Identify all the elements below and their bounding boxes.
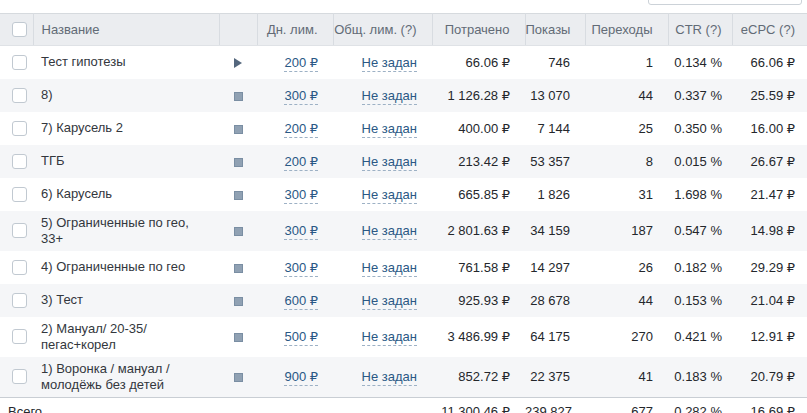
row-checkbox[interactable] xyxy=(12,121,27,136)
column-header-daily-limit[interactable]: Дн. лим. xyxy=(257,14,333,46)
campaign-row: 8) 300 ₽ Не задан 1 126.28 ₽ 13 070 44 0… xyxy=(0,79,807,112)
ctr-value: 0.183 % xyxy=(668,357,732,398)
campaign-row: 4) Ограниченные по гео 300 ₽ Не задан 76… xyxy=(0,251,807,284)
campaign-name-link[interactable]: 7) Карусель 2 xyxy=(41,120,123,135)
daily-limit-link[interactable]: 600 ₽ xyxy=(284,293,318,310)
campaign-name-link[interactable]: 5) Ограниченные по гео, 33+ xyxy=(41,215,189,246)
daily-limit-link[interactable]: 300 ₽ xyxy=(284,88,318,105)
daily-limit-link[interactable]: 500 ₽ xyxy=(284,329,318,346)
row-checkbox[interactable] xyxy=(12,329,27,344)
campaign-name-link[interactable]: ТГБ xyxy=(41,153,65,168)
daily-limit-link[interactable]: 300 ₽ xyxy=(284,260,318,277)
column-header-spent[interactable]: Потрачено xyxy=(432,14,525,46)
clicks-value: 44 xyxy=(585,79,668,112)
row-checkbox[interactable] xyxy=(12,223,27,238)
stop-icon[interactable] xyxy=(234,227,243,236)
total-limit-link[interactable]: Не задан xyxy=(362,369,417,386)
status-cell xyxy=(219,46,257,79)
campaign-row: 3) Тест 600 ₽ Не задан 925.93 ₽ 28 678 4… xyxy=(0,284,807,317)
campaign-name-link[interactable]: 4) Ограниченные по гео xyxy=(41,259,185,274)
campaign-name-link[interactable]: 3) Тест xyxy=(41,292,83,307)
ads-campaigns-table-screen: Название Дн. лим. Общ. лим. (?) Потрачен… xyxy=(0,0,807,413)
totals-spent: 11 300.46 ₽ xyxy=(432,397,525,413)
column-header-name[interactable]: Название xyxy=(33,14,219,46)
daily-limit-link[interactable]: 300 ₽ xyxy=(284,223,318,240)
total-limit-link[interactable]: Не задан xyxy=(362,187,417,204)
spent-value: 761.58 ₽ xyxy=(432,251,525,284)
daily-limit-link[interactable]: 900 ₽ xyxy=(284,369,318,386)
total-limit-link[interactable]: Не задан xyxy=(362,260,417,277)
campaign-row: 6) Карусель 300 ₽ Не задан 665.85 ₽ 1 82… xyxy=(0,178,807,211)
row-checkbox[interactable] xyxy=(12,293,27,308)
status-cell xyxy=(219,357,257,398)
total-limit-link[interactable]: Не задан xyxy=(362,88,417,105)
stop-icon[interactable] xyxy=(234,373,243,382)
column-header-status xyxy=(219,14,257,46)
daily-limit-link[interactable]: 300 ₽ xyxy=(284,187,318,204)
campaign-name-link[interactable]: 8) xyxy=(41,87,53,102)
spent-value: 400.00 ₽ xyxy=(432,112,525,145)
spent-value: 2 801.63 ₽ xyxy=(432,211,525,251)
total-limit-link[interactable]: Не задан xyxy=(362,154,417,171)
daily-limit-link[interactable]: 200 ₽ xyxy=(284,55,318,72)
total-limit-link[interactable]: Не задан xyxy=(362,293,417,310)
total-limit-link[interactable]: Не задан xyxy=(362,121,417,138)
ecpc-value: 66.06 ₽ xyxy=(732,46,807,79)
row-checkbox[interactable] xyxy=(12,55,27,70)
ecpc-value: 29.29 ₽ xyxy=(732,251,807,284)
status-cell xyxy=(219,145,257,178)
clicks-value: 41 xyxy=(585,357,668,398)
row-checkbox[interactable] xyxy=(12,187,27,202)
row-checkbox[interactable] xyxy=(12,88,27,103)
impressions-value: 64 175 xyxy=(525,317,585,357)
total-limit-link[interactable]: Не задан xyxy=(362,55,417,72)
total-limit-link[interactable]: Не задан xyxy=(362,223,417,240)
column-header-total-limit[interactable]: Общ. лим. (?) xyxy=(333,14,432,46)
impressions-value: 7 144 xyxy=(525,112,585,145)
ecpc-value: 26.67 ₽ xyxy=(732,145,807,178)
stop-icon[interactable] xyxy=(234,297,243,306)
stop-icon[interactable] xyxy=(234,264,243,273)
impressions-value: 1 826 xyxy=(525,178,585,211)
stop-icon[interactable] xyxy=(234,333,243,342)
campaign-row: Тест гипотезы 200 ₽ Не задан 66.06 ₽ 746… xyxy=(0,46,807,79)
truncated-dropdown[interactable] xyxy=(648,0,802,5)
column-header-clicks[interactable]: Переходы xyxy=(585,14,668,46)
stop-icon[interactable] xyxy=(234,92,243,101)
clicks-value: 25 xyxy=(585,112,668,145)
stop-icon[interactable] xyxy=(234,158,243,167)
impressions-value: 34 159 xyxy=(525,211,585,251)
spent-value: 852.72 ₽ xyxy=(432,357,525,398)
ecpc-value: 20.79 ₽ xyxy=(732,357,807,398)
topbar xyxy=(0,0,807,13)
column-header-ecpc[interactable]: eCPC (?) xyxy=(732,14,807,46)
totals-clicks: 677 xyxy=(585,397,668,413)
ctr-value: 0.547 % xyxy=(668,211,732,251)
campaign-row: 1) Воронка / мануал / молодёжь без детей… xyxy=(0,357,807,398)
ctr-value: 0.015 % xyxy=(668,145,732,178)
column-header-impressions[interactable]: Показы xyxy=(525,14,585,46)
total-limit-link[interactable]: Не задан xyxy=(362,329,417,346)
clicks-value: 187 xyxy=(585,211,668,251)
campaign-row: ТГБ 200 ₽ Не задан 213.42 ₽ 53 357 8 0.0… xyxy=(0,145,807,178)
campaign-row: 2) Мануал/ 20-35/пегас+корел 500 ₽ Не за… xyxy=(0,317,807,357)
daily-limit-link[interactable]: 200 ₽ xyxy=(284,154,318,171)
row-checkbox[interactable] xyxy=(12,369,27,384)
campaign-name-link[interactable]: Тест гипотезы xyxy=(41,54,126,69)
campaign-name-link[interactable]: 6) Карусель xyxy=(41,186,112,201)
row-checkbox[interactable] xyxy=(12,154,27,169)
campaign-name-link[interactable]: 2) Мануал/ 20-35/пегас+корел xyxy=(41,321,147,352)
ecpc-value: 21.04 ₽ xyxy=(732,284,807,317)
impressions-value: 22 375 xyxy=(525,357,585,398)
select-all-checkbox[interactable] xyxy=(12,22,27,37)
daily-limit-link[interactable]: 200 ₽ xyxy=(284,121,318,138)
play-icon[interactable] xyxy=(234,58,242,68)
stop-icon[interactable] xyxy=(234,125,243,134)
stop-icon[interactable] xyxy=(234,191,243,200)
status-cell xyxy=(219,178,257,211)
row-checkbox[interactable] xyxy=(12,260,27,275)
campaign-name-link[interactable]: 1) Воронка / мануал / молодёжь без детей xyxy=(41,361,170,392)
status-cell xyxy=(219,284,257,317)
clicks-value: 26 xyxy=(585,251,668,284)
column-header-ctr[interactable]: CTR (?) xyxy=(668,14,732,46)
